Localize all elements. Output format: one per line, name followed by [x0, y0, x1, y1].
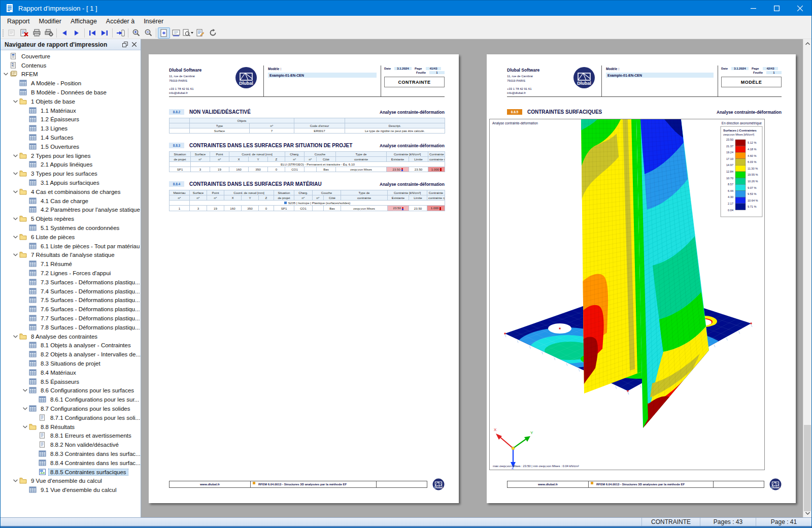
fit-width-button[interactable]	[170, 27, 182, 39]
delete-page-button[interactable]	[18, 27, 30, 39]
tree-item-2-1-appuis-lin-iques[interactable]: 2.1 Appuis linéiques	[1, 160, 141, 170]
tree-item-8-8-1-erreurs-et-avertissements[interactable]: 8.8.1 Erreurs et avertissements	[1, 431, 141, 440]
tree-item-label: 8.8.1 Erreurs et avertissements	[49, 433, 133, 439]
company-phone: +33 1 78 42 91 61	[169, 87, 229, 91]
fit-page-button[interactable]	[158, 27, 170, 39]
tree-item-7-5-surfaces-d-formations-plastiqu-[interactable]: 7.5 Surfaces - Déformations plastiqu...	[1, 296, 141, 305]
tree-item-7-3-surfaces-d-formations-plastiqu-[interactable]: 7.3 Surfaces - Déformations plastiqu...	[1, 278, 141, 287]
tree-item-7-7-surfaces-d-formations-plastiqu-[interactable]: 7.7 Surfaces - Déformations plastiqu...	[1, 314, 141, 323]
tree-item-couverture[interactable]: Couverture	[1, 52, 141, 61]
svg-text:19.24: 19.24	[726, 151, 733, 154]
tree-item-8-8-3-contraintes-dans-les-surfac-[interactable]: 8.8.3 Contraintes dans les surfac...	[1, 449, 141, 458]
tree-item-1-5-ouvertures[interactable]: 1.5 Ouvertures	[1, 142, 141, 151]
tree-item-6-1-liste-de-pi-ces-tout-par-mat-riau[interactable]: 6.1 Liste de pièces - Tout par matériau	[1, 242, 141, 251]
tree-item-8-6-configurations-pour-les-surfaces[interactable]: 8.6 Configurations pour les surfaces	[1, 386, 141, 395]
tree-item-5-objets-rep-res[interactable]: 5 Objets repères	[1, 214, 141, 223]
tree-item-8-7-1-configurations-pour-les-soli-[interactable]: 8.7.1 Configurations pour les soli...	[1, 413, 141, 422]
chevron-down-icon[interactable]	[11, 236, 19, 239]
tree-item-2-types-pour-les-lignes[interactable]: 2 Types pour les lignes	[1, 151, 141, 160]
first-page-button[interactable]	[86, 27, 98, 39]
folder-icon	[19, 188, 27, 195]
tree-item-3-types-pour-les-surfaces[interactable]: 3 Types pour les surfaces	[1, 169, 141, 178]
menu-acc-der-[interactable]: Accéder à	[101, 17, 139, 26]
tree-item-3-1-appuis-surfaciques[interactable]: 3.1 Appuis surfaciques	[1, 178, 141, 187]
tree-item-6-liste-de-pi-ces[interactable]: 6 Liste de pièces	[1, 233, 141, 242]
chevron-down-icon[interactable]	[21, 407, 29, 410]
menu-rapport[interactable]: Rapport	[3, 17, 34, 26]
chevron-down-icon[interactable]	[21, 389, 29, 392]
tree-item-7-r-sultats-de-l-analyse-statique[interactable]: 7 Résultats de l'analyse statique	[1, 251, 141, 260]
tree-item-8-8-r-sultats[interactable]: 8.8 Résultats	[1, 422, 141, 432]
tree-item-1-2-paisseurs[interactable]: 1.2 Épaisseurs	[1, 115, 141, 124]
close-button[interactable]	[788, 1, 811, 16]
print-setup-button[interactable]	[43, 27, 55, 39]
edit-page-button[interactable]	[194, 27, 207, 39]
tree-item-8-7-configurations-pour-les-solides[interactable]: 8.7 Configurations pour les solides	[1, 404, 141, 413]
chevron-down-icon[interactable]	[11, 479, 19, 482]
menu-modifier[interactable]: Modifier	[34, 17, 65, 26]
toolbar-grip[interactable]	[2, 28, 5, 38]
next-page-button[interactable]	[71, 27, 83, 39]
tree-item-1-4-surfaces[interactable]: 1.4 Surfaces	[1, 133, 141, 142]
scroll-up-icon[interactable]	[803, 39, 811, 48]
tree-item-contenus[interactable]: Contenus	[1, 61, 141, 70]
chevron-down-icon[interactable]	[11, 253, 19, 256]
tree-item-8-analyse-des-contraintes[interactable]: 8 Analyse des contraintes	[1, 332, 141, 341]
tree-item-4-2-param-tres-pour-l-analyse-statique[interactable]: 4.2 Paramètres pour l'analyse statique	[1, 206, 141, 215]
tree-item-8-5-paisseurs[interactable]: 8.5 Épaisseurs	[1, 377, 141, 386]
open-report-button[interactable]	[6, 27, 18, 39]
tree-item-4-cas-et-combinaisons-de-charges[interactable]: 4 Cas et combinaisons de charges	[1, 187, 141, 196]
tree-item-b-mod-le-donn-es-de-base[interactable]: B Modèle - Données de base	[1, 88, 141, 97]
goto-page-button[interactable]	[114, 27, 126, 39]
tree-item-5-1-syst-mes-de-coordonn-es[interactable]: 5.1 Systèmes de coordonnées	[1, 223, 141, 233]
float-panel-icon[interactable]	[120, 40, 129, 49]
tree-item-7-6-surfaces-d-formations-plastiqu-[interactable]: 7.6 Surfaces - Déformations plastiqu...	[1, 305, 141, 314]
tree-item-7-2-lignes-forces-d-appui[interactable]: 7.2 Lignes - Forces d'appui	[1, 269, 141, 278]
last-page-button[interactable]	[98, 27, 111, 39]
tree-item-8-2-objets-analyser-intervalles-de-[interactable]: 8.2 Objets à analyser - Intervalles de..…	[1, 350, 141, 359]
svg-text:9.07 %: 9.07 %	[748, 186, 756, 189]
chevron-down-icon[interactable]	[11, 335, 19, 338]
tree-item-7-8-surfaces-d-formations-plastiqu-[interactable]: 7.8 Surfaces - Déformations plastiqu...	[1, 323, 141, 332]
tree-item-8-4-mat-riaux[interactable]: 8.4 Matériaux	[1, 368, 141, 377]
chevron-down-icon[interactable]	[11, 217, 19, 220]
tree-item-1-3-lignes[interactable]: 1.3 Lignes	[1, 124, 141, 133]
chevron-down-icon[interactable]	[11, 172, 19, 175]
close-panel-icon[interactable]	[129, 40, 139, 49]
menu-affichage[interactable]: Affichage	[66, 17, 101, 26]
maximize-button[interactable]	[765, 1, 788, 16]
chevron-down-icon[interactable]	[11, 154, 19, 157]
tree-item-9-1-vue-d-ensemble-du-calcul[interactable]: 9.1 Vue d'ensemble du calcul	[1, 485, 141, 494]
preview-dropdown-button[interactable]	[182, 27, 194, 39]
dlubal-logo: Dlubal	[229, 65, 263, 96]
tree-item-rfem[interactable]: RFEM	[1, 70, 141, 79]
zoom-out-button[interactable]	[142, 27, 154, 39]
tree-item-4-1-cas-de-charge[interactable]: 4.1 Cas de charge	[1, 196, 141, 206]
refresh-button[interactable]	[207, 27, 219, 39]
tree-item-8-8-2-non-valide-d-sactiv-[interactable]: 8.8.2 Non valide/désactivé	[1, 440, 141, 449]
zoom-in-button[interactable]	[130, 27, 142, 39]
minimize-button[interactable]	[741, 1, 765, 16]
scroll-down-icon[interactable]	[803, 509, 811, 517]
chevron-down-icon[interactable]	[11, 100, 19, 103]
vertical-scrollbar[interactable]	[803, 39, 811, 517]
print-button[interactable]	[30, 27, 43, 39]
tree-item-9-vue-d-ensemble-du-calcul[interactable]: 9 Vue d'ensemble du calcul	[1, 476, 141, 485]
tree-item-8-1-objets-analyser-contraintes[interactable]: 8.1 Objets à analyser - Contraintes	[1, 341, 141, 350]
tree-item-1-objets-de-base[interactable]: 1 Objets de base	[1, 97, 141, 106]
chevron-down-icon[interactable]	[2, 73, 10, 76]
tree-item-7-4-surfaces-d-formations-plastiqu-[interactable]: 7.4 Surfaces - Déformations plastiqu...	[1, 287, 141, 296]
scrollbar-thumb[interactable]	[804, 425, 811, 511]
tree-item-8-8-4-contraintes-dans-les-surfac-[interactable]: 8.8.4 Contraintes dans les surfac...	[1, 458, 141, 468]
tree-item-1-1-mat-riaux[interactable]: 1.1 Matériaux	[1, 106, 141, 115]
tree-item-8-3-situations-de-projet[interactable]: 8.3 Situations de projet	[1, 359, 141, 368]
chevron-down-icon[interactable]	[11, 190, 19, 193]
color-legend: Surfaces | Contraintes σeqv,von Mises [k…	[721, 126, 762, 217]
chevron-down-icon[interactable]	[21, 425, 29, 428]
menu-ins-rer[interactable]: Insérer	[139, 17, 168, 26]
prev-page-button[interactable]	[58, 27, 71, 39]
tree-item-8-8-5-contraintes-surfaciques[interactable]: 8.8.5 Contraintes surfaciques	[1, 468, 141, 477]
tree-item-7-1-r-sum-[interactable]: 7.1 Résumé	[1, 259, 141, 269]
tree-item-a-mod-le-position[interactable]: A Modèle - Position	[1, 79, 141, 88]
tree-item-8-6-1-configurations-pour-les-sur-[interactable]: 8.6.1 Configurations pour les sur...	[1, 395, 141, 404]
